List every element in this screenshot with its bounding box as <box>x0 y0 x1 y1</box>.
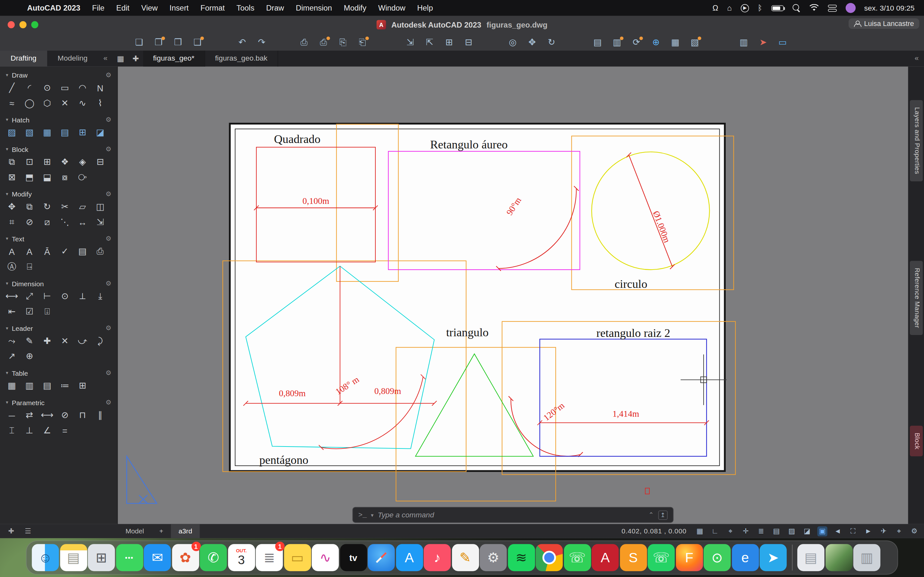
dock-autocad[interactable]: A <box>591 544 619 571</box>
dock-app-store[interactable]: A <box>396 544 423 571</box>
collapse-tabs-icon[interactable]: « <box>98 51 113 67</box>
tab-drafting[interactable]: Drafting <box>0 51 47 67</box>
tool-icon[interactable]: ✂ <box>58 200 72 214</box>
tool-icon[interactable]: ⤳ <box>5 334 19 348</box>
tool-icon[interactable]: ⊕ <box>23 349 37 363</box>
import-icon[interactable]: ⇲ <box>403 35 417 48</box>
redo-icon[interactable]: ↷ <box>254 35 268 48</box>
tool-icon[interactable]: ⊥ <box>23 424 37 438</box>
dock-s-app[interactable]: S <box>620 544 646 571</box>
tool-icon[interactable]: N <box>93 81 107 95</box>
tool-icon[interactable]: ⊘ <box>23 215 37 229</box>
dock-finder[interactable]: ☺ <box>32 544 59 571</box>
layout-tab-a3rd[interactable]: a3rd <box>171 524 200 538</box>
layer-properties-icon[interactable]: ▤ <box>590 35 604 48</box>
tool-icon[interactable]: = <box>58 424 72 438</box>
dock-notes[interactable]: ▤ <box>60 544 87 571</box>
root2-rect-label[interactable]: retangulo raiz 2 <box>596 326 670 340</box>
panel-tab-block[interactable]: Block <box>910 426 923 456</box>
collapse-arrow-icon[interactable]: ▾ <box>6 400 8 405</box>
tool-icon[interactable]: ◈ <box>75 155 89 169</box>
collapse-arrow-icon[interactable]: ▾ <box>6 281 8 286</box>
collapse-arrow-icon[interactable]: ▾ <box>6 73 8 78</box>
tool-icon[interactable]: ⊙ <box>58 289 72 303</box>
tool-icon[interactable]: ▨ <box>5 125 19 139</box>
save-as-icon[interactable]: ❑ <box>190 35 204 48</box>
menu-draw[interactable]: Draw <box>260 3 290 13</box>
add-panel-icon[interactable]: ✚ <box>8 527 14 535</box>
sidebar-section-header[interactable]: ▾Block⚙ <box>0 143 118 154</box>
tool-icon[interactable]: ⬒ <box>23 170 37 184</box>
gear-icon[interactable]: ⚙ <box>105 279 111 287</box>
tool-icon[interactable]: ⟷ <box>40 408 54 422</box>
tool-icon[interactable]: ≔ <box>58 379 72 393</box>
tool-icon[interactable]: ✕ <box>58 96 72 110</box>
attach-reference-icon[interactable]: ⊞ <box>442 35 456 48</box>
display-settings-icon[interactable]: ▭ <box>775 35 790 48</box>
zoom-window-icon[interactable]: ◎ <box>506 35 520 48</box>
command-tray-icon[interactable]: ↥ <box>658 510 668 520</box>
dock-journal[interactable]: ≣1 <box>256 544 283 571</box>
collapse-arrow-icon[interactable]: ▾ <box>6 117 8 123</box>
sidebar-section-header[interactable]: ▾Leader⚙ <box>0 323 118 334</box>
play-icon[interactable]: ▶ <box>740 4 749 12</box>
panel-list-icon[interactable]: ☰ <box>25 527 31 535</box>
next-layout-icon[interactable]: ► <box>863 526 873 536</box>
dock-image-preview[interactable] <box>825 544 852 571</box>
print-icon[interactable]: ⎙ <box>297 35 311 48</box>
tool-icon[interactable]: ▦ <box>40 125 54 139</box>
triangle-label[interactable]: triangulo <box>446 326 489 339</box>
tool-icon[interactable]: ⤸ <box>93 334 107 348</box>
paper-space-icon[interactable]: ▣ <box>817 526 827 536</box>
tool-icon[interactable]: ⎙ <box>93 244 107 258</box>
menu-modify[interactable]: Modify <box>338 3 372 13</box>
object-snap-icon[interactable]: ⌖ <box>725 526 735 536</box>
tool-icon[interactable]: ⤢ <box>23 289 37 303</box>
circle-label[interactable]: circulo <box>615 277 648 290</box>
dock-preview-pencil[interactable]: ✎ <box>452 544 479 571</box>
layer-states-icon[interactable]: ▥ <box>610 35 624 48</box>
panel-tab-reference-manager[interactable]: Reference Manager <box>910 261 923 335</box>
clip-reference-icon[interactable]: ⊟ <box>461 35 475 48</box>
spotlight-icon[interactable] <box>792 4 800 12</box>
tool-icon[interactable]: ▤ <box>40 379 54 393</box>
collapse-arrow-icon[interactable]: ▾ <box>6 191 8 197</box>
home-icon[interactable]: ⌂ <box>727 3 732 13</box>
tool-icon[interactable]: ⌇ <box>93 96 107 110</box>
dock-spotify[interactable]: ≋ <box>507 544 535 571</box>
dock-launchpad[interactable]: ⊞ <box>88 544 115 571</box>
tool-icon[interactable]: ↗ <box>5 349 19 363</box>
pan-icon[interactable]: ✥ <box>525 35 540 48</box>
tool-icon[interactable]: Ⓐ <box>5 259 19 274</box>
undo-icon[interactable]: ↶ <box>235 35 249 48</box>
tool-icon[interactable]: ⍗ <box>40 305 54 319</box>
properties-palette-icon[interactable]: ▥ <box>737 35 751 48</box>
dock-facetime[interactable]: ✆ <box>200 544 227 571</box>
tool-icon[interactable]: ⊓ <box>75 408 89 422</box>
dock-messages[interactable]: ••• <box>116 544 143 571</box>
menubar-clock[interactable]: sex. 3/10 09:25 <box>864 4 915 12</box>
dock-stickies[interactable]: ▭ <box>284 544 310 571</box>
overflow-tabs-icon[interactable]: « <box>909 51 924 67</box>
collapse-arrow-icon[interactable]: ▾ <box>6 370 8 376</box>
dock-audio-wave[interactable]: ∿ <box>312 544 339 571</box>
dock-apple-music[interactable]: ♪ <box>424 544 451 571</box>
menu-dimension[interactable]: Dimension <box>290 3 338 13</box>
quick-share-icon[interactable]: ✈ <box>879 526 889 536</box>
pentagon-label[interactable]: pentágono <box>259 453 309 466</box>
tool-icon[interactable]: ⊞ <box>40 155 54 169</box>
dock-calendar[interactable]: OUT.3 <box>228 544 255 571</box>
customization-icon[interactable]: ⚙ <box>909 526 919 536</box>
page-setup-icon[interactable]: ⎘ <box>336 35 350 48</box>
dock-system-settings[interactable]: ⚙ <box>480 544 507 571</box>
user-account-chip[interactable]: Luisa Lancastre <box>849 18 919 29</box>
tool-icon[interactable]: ⬓ <box>40 170 54 184</box>
control-center-icon[interactable] <box>828 5 837 11</box>
dock-apple-tv[interactable]: tv <box>340 544 367 571</box>
tool-icon[interactable]: ⌗ <box>5 215 19 229</box>
menu-file[interactable]: File <box>86 3 110 13</box>
tool-icon[interactable]: ◫ <box>93 200 107 214</box>
tool-icon[interactable]: ╱ <box>5 81 19 95</box>
tool-icon[interactable]: ✚ <box>40 334 54 348</box>
gear-icon[interactable]: ⚙ <box>105 71 111 79</box>
